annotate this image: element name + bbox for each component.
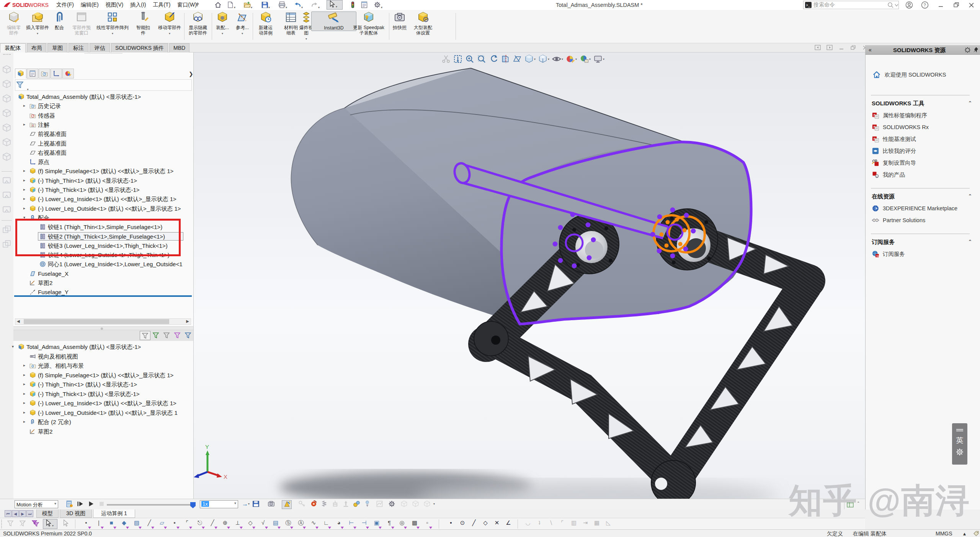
minimize-button[interactable] (937, 1, 945, 9)
panel-tab-1[interactable] (27, 69, 38, 79)
graphics-viewport[interactable]: Y X Z ▾▾▾▾▾▾ (194, 52, 865, 499)
tree-item-label[interactable]: (-) Lower_Leg_Outside<1> (默认) <<默认>_显示状态… (38, 409, 178, 417)
selection-filter-icon[interactable]: ∟ (321, 519, 331, 529)
expand-arrow[interactable]: ▸ (23, 363, 25, 367)
tree-item-label[interactable]: (-) Thigh_Thin<1> (默认) <显示状态-1> (38, 177, 137, 185)
timeline-slider[interactable] (107, 501, 199, 508)
tree-item-label[interactable]: (-) Lower_Leg_Inside<1> (默认) <<默认>_显示状态 … (38, 400, 176, 407)
tree-row[interactable]: 传感器 (13, 111, 193, 120)
selection-filter-icon[interactable]: ╱ (207, 519, 217, 529)
filter-cursor2-icon[interactable] (60, 519, 70, 529)
motion-filter-4[interactable] (183, 331, 193, 340)
expand-arrow[interactable]: ▸ (23, 373, 25, 377)
section-collapse-chevron[interactable]: ⌃ (968, 100, 972, 106)
doc-tab-1[interactable]: 3D 视图 (60, 509, 92, 518)
tree-item-label[interactable]: (-) Thigh_Thick<1> (默认) <显示状态-1> (38, 187, 140, 194)
motion-graycube-button[interactable] (410, 500, 420, 509)
tab-2[interactable]: 草图 (47, 43, 67, 52)
view-cube-tool-icon[interactable] (2, 65, 11, 74)
view-cube-tool-icon[interactable] (2, 138, 11, 147)
tree-item-label[interactable]: (-) Lower_Leg_Inside<1> (默认) <<默认>_显示状态 … (38, 196, 176, 203)
motion-calc-button[interactable] (64, 500, 74, 509)
motion-filter-3[interactable] (172, 331, 183, 340)
headsup-displaystyle-button[interactable]: ▾ (537, 54, 550, 64)
tree-item-label[interactable]: (f) Simple_Fuselage<1> (默认) <<默认>_显示状态 1… (38, 372, 173, 379)
tab-nav-1[interactable]: ◀ (12, 510, 19, 517)
task-pane-gear-icon[interactable] (964, 47, 971, 53)
panel-tab-3[interactable] (51, 69, 62, 79)
headsup-zoomin-button[interactable] (476, 54, 487, 64)
tree-row[interactable]: ▸光源、相机与布景 (13, 361, 193, 370)
tree-item-label[interactable]: 同心1 (Lower_Leg_Inside<1>,Lower_Leg_Outsi… (48, 261, 183, 268)
restore-button[interactable] (952, 1, 960, 9)
search-box[interactable]: >_ 搜索命令 (803, 1, 899, 9)
quick-snap-disabled-icon[interactable]: ◡ (523, 519, 533, 529)
ime-menu-icon[interactable] (952, 426, 967, 433)
tab-nav-3[interactable]: ⏭ (26, 510, 33, 517)
tree-item-label[interactable]: (-) Lower_Leg_Outside<1> (默认) <<默认>_显示状态… (38, 205, 181, 213)
panel-expand-arrow[interactable]: ❯ (189, 71, 193, 77)
ime-lang-indicator[interactable]: 英 (952, 435, 967, 445)
quick-snap-icon[interactable]: ╱ (469, 519, 479, 529)
tree-item-label[interactable]: (f) Simple_Fuselage<1> (默认) <<默认>_显示状态 1… (38, 168, 173, 175)
help-icon[interactable]: ? (921, 1, 929, 9)
ribbon-speedpak-button[interactable]: 更新 Speedpak子装配体 (341, 11, 396, 36)
selection-filter-icon[interactable]: ╱ (144, 519, 154, 529)
ime-settings-icon[interactable] (952, 448, 967, 458)
panel-tab-4[interactable] (62, 69, 74, 79)
tree-row[interactable]: 右视基准面 (13, 148, 193, 157)
tree-row[interactable]: 草图2 (13, 427, 193, 436)
expand-arrow[interactable]: ▸ (23, 419, 25, 424)
ribbon-editcomp-button[interactable]: 编辑零部件 (3, 11, 24, 36)
task-pane-item[interactable]: 复制设置向导 (872, 159, 916, 168)
tree-item-label[interactable]: 光源、相机与布景 (38, 362, 84, 370)
motion-keygray-button[interactable] (297, 500, 307, 509)
tree-item-label[interactable]: 上视基准面 (38, 140, 67, 147)
expand-arrow[interactable]: ▸ (23, 391, 25, 396)
redo-button[interactable]: ▾ (311, 1, 320, 10)
quick-snap-icon[interactable]: ◇ (480, 519, 490, 529)
selection-filter-icon[interactable]: ▣ (372, 519, 382, 529)
tree-row[interactable]: ▸(-) Thigh_Thin<1> (默认) <显示状态-1> (13, 176, 193, 185)
selection-filter-icon[interactable]: ▫ (422, 519, 432, 529)
doc-tab-0[interactable]: 模型 (36, 509, 59, 518)
view-cube-tool-icon[interactable] (2, 94, 11, 103)
ribbon-mate-button[interactable]: 配合 (49, 11, 70, 30)
selection-filter-icon[interactable]: ▪ (170, 519, 180, 529)
selection-filter-icon[interactable]: ∿ (309, 519, 318, 529)
quick-snap-icon[interactable]: ⊙ (457, 519, 467, 529)
motion-snapshot-button[interactable] (266, 500, 276, 509)
pane-right-icon[interactable] (826, 45, 833, 51)
tree-item-label[interactable]: 注解 (38, 121, 49, 129)
quick-snap-disabled-icon[interactable]: ⌜ (557, 519, 567, 529)
quick-snap-disabled-icon[interactable]: ∖ (546, 519, 556, 529)
tree-row[interactable]: ▸(f) Simple_Fuselage<1> (默认) <<默认>_显示状态 … (13, 167, 193, 176)
tree-item-label[interactable]: 原点 (38, 159, 49, 166)
rollback-bar[interactable] (14, 295, 192, 297)
tab-6[interactable]: MBD (169, 43, 189, 52)
view-cube-tool-icon[interactable] (2, 123, 11, 133)
pin-icon[interactable] (194, 2, 201, 8)
ribbon-refgeo-button[interactable]: 参考...▾ (229, 11, 256, 36)
tree-item-label[interactable]: 传感器 (38, 112, 55, 120)
expand-arrow[interactable]: ▸ (23, 122, 25, 126)
options-button[interactable]: ▾ (374, 1, 382, 10)
selection-filter-icon[interactable]: | (94, 519, 104, 529)
headsup-viewset-button[interactable] (512, 54, 523, 64)
section-collapse-chevron[interactable]: ⌃ (968, 193, 972, 199)
headsup-eye-button[interactable]: ▾ (551, 54, 564, 64)
task-pane-pin-icon[interactable] (973, 47, 979, 53)
doc-tab-2[interactable]: 运动算例 1 (93, 509, 135, 518)
quick-snap-disabled-icon[interactable]: ▥ (569, 519, 579, 529)
status-item[interactable]: ▴ (963, 530, 966, 537)
motion-savemov-button[interactable] (251, 500, 261, 509)
menu-4[interactable]: 工具(T) (149, 0, 174, 10)
motion-graycube-button[interactable] (399, 500, 409, 509)
ribbon-insertcomp-button[interactable]: 插入零部件▾ (24, 11, 51, 36)
tree-item-label[interactable]: 视向及相机视图 (38, 353, 78, 360)
tree-row[interactable]: ▸(-) Lower_Leg_Outside<1> (默认) <<默认>_显示状… (13, 204, 193, 213)
selection-filter-icon[interactable]: ⟂ (233, 519, 243, 529)
pane-left-icon[interactable] (815, 45, 821, 51)
filter-clear-icon[interactable] (18, 519, 28, 529)
quick-snap-disabled-icon[interactable]: ▦ (592, 519, 602, 529)
